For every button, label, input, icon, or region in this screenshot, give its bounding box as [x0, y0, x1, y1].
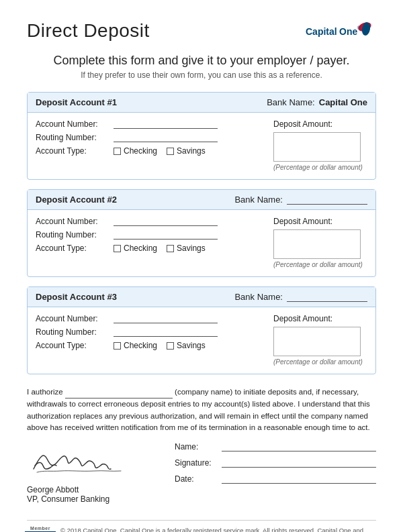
account-number-line-2	[114, 217, 218, 226]
signer-name: George Abbott	[27, 485, 79, 494]
savings-checkbox-2[interactable]	[167, 245, 174, 252]
deposit-left-1: Account Number: Routing Number: Account …	[36, 119, 263, 171]
handwritten-signature-svg	[27, 442, 128, 479]
deposit-amount-box-1[interactable]	[273, 132, 361, 162]
deposit-body-3: Account Number: Routing Number: Account …	[28, 307, 375, 374]
routing-number-line-2	[114, 230, 218, 240]
sig-right: Name: Signature: Date:	[175, 442, 376, 484]
bank-name-label-2: Bank Name:	[234, 195, 283, 205]
account-number-row-1: Account Number:	[36, 119, 263, 129]
checking-option-2[interactable]: Checking	[114, 244, 157, 253]
page-title: Direct Deposit	[27, 20, 150, 42]
savings-option-3[interactable]: Savings	[167, 341, 206, 350]
signature-label: Signature:	[175, 458, 218, 468]
account-number-line-1	[114, 119, 218, 129]
account-type-row-1: Account Type: Checking Savings	[36, 146, 263, 156]
deposit-header-2: Deposit Account #2 Bank Name:	[28, 190, 375, 210]
deposit-right-1: Deposit Amount: (Percentage or dollar am…	[273, 119, 367, 171]
deposit-account-1: Deposit Account #1 Bank Name: Capital On…	[27, 92, 376, 180]
deposit-account-2: Deposit Account #2 Bank Name: Account Nu…	[27, 189, 376, 277]
deposit-amount-hint-1: (Percentage or dollar amount)	[273, 164, 363, 171]
account-number-label-3: Account Number:	[36, 314, 109, 323]
routing-number-line-3	[114, 327, 218, 337]
routing-number-row-2: Routing Number:	[36, 230, 263, 240]
bank-name-line-2	[287, 195, 367, 205]
svg-text:Capital: Capital	[306, 26, 337, 37]
savings-checkbox-1[interactable]	[167, 148, 174, 155]
checking-label-2: Checking	[124, 244, 157, 253]
deposit-right-3: Deposit Amount: (Percentage or dollar am…	[273, 314, 367, 366]
svg-text:®: ®	[357, 25, 361, 30]
fdic-badge: Member FDIC	[27, 526, 54, 532]
checking-checkbox-1[interactable]	[114, 148, 121, 155]
savings-option-2[interactable]: Savings	[167, 244, 206, 253]
signature-image	[27, 442, 134, 482]
checking-label-1: Checking	[124, 146, 157, 156]
account-type-options-2: Checking Savings	[114, 244, 212, 253]
deposit-account-3: Deposit Account #3 Bank Name: Account Nu…	[27, 286, 376, 374]
checking-checkbox-2[interactable]	[114, 245, 121, 252]
account-type-label-3: Account Type:	[36, 341, 109, 350]
logo: Capital One ®	[306, 20, 376, 42]
account-type-row-2: Account Type: Checking Savings	[36, 244, 263, 253]
subtitle-main: Complete this form and give it to your e…	[27, 54, 376, 68]
deposit-account-2-label: Deposit Account #2	[36, 195, 117, 205]
name-field-line	[222, 442, 376, 451]
bank-name-section-1: Bank Name: Capital One	[267, 97, 367, 107]
routing-number-label-3: Routing Number:	[36, 327, 109, 337]
bank-name-line-3	[287, 292, 367, 302]
routing-number-row-3: Routing Number:	[36, 327, 263, 337]
routing-number-label-2: Routing Number:	[36, 230, 109, 240]
checking-label-3: Checking	[124, 341, 157, 350]
svg-text:One: One	[339, 26, 357, 37]
checking-option-3[interactable]: Checking	[114, 341, 157, 350]
auth-text-before: I authorize	[27, 388, 63, 396]
deposit-amount-hint-3: (Percentage or dollar amount)	[273, 358, 363, 366]
deposit-right-2: Deposit Amount: (Percentage or dollar am…	[273, 217, 367, 268]
deposit-amount-hint-2: (Percentage or dollar amount)	[273, 261, 363, 268]
deposit-amount-box-3[interactable]	[273, 327, 361, 356]
signature-section: George Abbott VP, Consumer Banking Name:…	[27, 442, 376, 504]
deposit-account-3-label: Deposit Account #3	[36, 292, 117, 302]
routing-number-line-1	[114, 133, 218, 142]
deposit-header-1: Deposit Account #1 Bank Name: Capital On…	[28, 93, 375, 113]
routing-number-row-1: Routing Number:	[36, 133, 263, 142]
deposit-amount-box-2[interactable]	[273, 229, 361, 259]
fdic-member-text: Member	[30, 526, 50, 531]
account-number-label-1: Account Number:	[36, 119, 109, 129]
date-label: Date:	[175, 474, 218, 484]
bank-name-label-3: Bank Name:	[234, 292, 283, 302]
savings-label-2: Savings	[177, 244, 206, 253]
account-number-label-2: Account Number:	[36, 217, 109, 226]
date-field-row: Date:	[175, 474, 376, 484]
savings-option-1[interactable]: Savings	[167, 146, 206, 156]
signer-title: VP, Consumer Banking	[27, 494, 109, 504]
deposit-body-2: Account Number: Routing Number: Account …	[28, 210, 375, 276]
account-type-options-1: Checking Savings	[114, 146, 212, 156]
footer-copyright: © 2018 Capital One. Capital One is a fed…	[60, 526, 376, 532]
name-label: Name:	[175, 442, 218, 451]
subtitle-sub: If they prefer to use their own form, yo…	[27, 70, 376, 80]
account-type-options-3: Checking Savings	[114, 341, 212, 350]
sig-left: George Abbott VP, Consumer Banking	[27, 442, 161, 504]
checking-checkbox-3[interactable]	[114, 342, 121, 350]
savings-checkbox-3[interactable]	[167, 342, 174, 350]
deposit-left-2: Account Number: Routing Number: Account …	[36, 217, 263, 268]
account-type-row-3: Account Type: Checking Savings	[36, 341, 263, 350]
capital-one-logo-svg: Capital One ®	[306, 20, 376, 42]
account-number-row-3: Account Number:	[36, 314, 263, 323]
account-number-line-3	[114, 314, 218, 323]
auth-blank-label: (company name)	[175, 388, 232, 396]
deposit-header-3: Deposit Account #3 Bank Name:	[28, 287, 375, 307]
deposit-amount-label-3: Deposit Amount:	[273, 314, 332, 323]
deposit-account-1-label: Deposit Account #1	[36, 97, 117, 107]
auth-company-line	[65, 390, 173, 398]
page-header: Direct Deposit Capital One ®	[27, 20, 376, 42]
bank-name-value-1: Capital One	[319, 97, 367, 107]
deposit-body-1: Account Number: Routing Number: Account …	[28, 113, 375, 179]
signature-field-row: Signature:	[175, 458, 376, 468]
checking-option-1[interactable]: Checking	[114, 146, 157, 156]
bank-name-label-1: Bank Name:	[267, 97, 315, 107]
bank-name-section-2: Bank Name:	[234, 195, 367, 205]
signature-field-line	[222, 458, 376, 468]
